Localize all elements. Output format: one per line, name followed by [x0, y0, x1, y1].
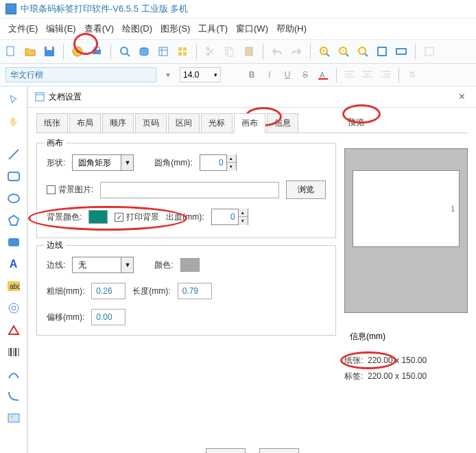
line-tool-icon[interactable] [5, 146, 23, 163]
svg-rect-36 [318, 78, 328, 80]
copy-icon[interactable] [223, 45, 237, 58]
spacing-icon[interactable]: ⇅ [406, 69, 418, 81]
menu-shape[interactable]: 图形(S) [158, 21, 193, 36]
undo-icon[interactable] [270, 45, 284, 58]
new-icon[interactable] [4, 45, 18, 58]
tool-palette: ✋ A abc [0, 86, 27, 453]
svg-rect-0 [7, 47, 14, 56]
ellipse-tool-icon[interactable] [5, 189, 23, 207]
bgimg-checkbox[interactable]: 背景图片: [47, 184, 93, 196]
strike-icon[interactable]: S [299, 69, 311, 81]
barcode-tool-icon[interactable] [5, 343, 23, 361]
tab-order[interactable]: 顺序 [102, 113, 134, 133]
print-icon[interactable] [90, 45, 104, 58]
menu-file[interactable]: 文件(E) [5, 21, 40, 36]
hand-tool-icon[interactable]: ✋ [5, 113, 23, 130]
tab-canvas[interactable]: 画布 [234, 113, 265, 133]
open-icon[interactable] [23, 45, 37, 58]
tab-paper[interactable]: 纸张 [36, 113, 68, 133]
text-tool-icon[interactable]: A [5, 255, 23, 273]
border-color-label: 颜色: [154, 259, 173, 271]
properties-icon[interactable] [423, 45, 436, 58]
svg-line-8 [127, 54, 130, 56]
tab-cursor[interactable]: 光标 [201, 113, 233, 133]
svg-rect-63 [36, 93, 44, 101]
chevron-down-icon[interactable]: ▾ [162, 69, 174, 81]
bgcolor-swatch[interactable] [88, 210, 108, 224]
triangle-tool-icon[interactable] [5, 321, 23, 339]
filled-roundrect-icon[interactable] [5, 233, 23, 251]
target-tool-icon[interactable] [5, 299, 23, 317]
redo-icon[interactable] [289, 45, 303, 58]
preview-icon[interactable] [118, 45, 132, 58]
printbg-checkbox[interactable]: ✓打印背景 [115, 211, 159, 223]
menu-help[interactable]: 帮助(H) [274, 21, 309, 36]
bleed-label: 出血(mm): [166, 211, 204, 223]
menu-window[interactable]: 窗口(W) [233, 21, 271, 36]
paste-icon[interactable] [242, 45, 256, 58]
document-settings-icon[interactable] [71, 45, 84, 58]
data-icon[interactable] [156, 45, 170, 58]
font-name-input[interactable]: 华文行楷 [5, 67, 156, 82]
richtext-tool-icon[interactable]: abc [5, 277, 23, 295]
border-color-swatch[interactable] [180, 258, 200, 272]
svg-text:abc: abc [10, 283, 20, 290]
svg-point-48 [8, 194, 19, 202]
menu-tools[interactable]: 工具(T) [195, 21, 230, 36]
tab-range[interactable]: 区间 [168, 113, 200, 133]
roundrect-tool-icon[interactable] [5, 167, 23, 185]
svg-point-29 [359, 47, 366, 54]
svg-rect-10 [159, 47, 167, 56]
image-tool-icon[interactable] [5, 409, 23, 427]
zoom-in-icon[interactable] [318, 45, 331, 58]
bleed-input[interactable]: 0▴▾ [211, 209, 248, 225]
svg-rect-6 [94, 47, 99, 50]
curve-tool-icon[interactable] [5, 365, 23, 383]
align-right-icon[interactable] [379, 69, 392, 81]
border-combo[interactable]: 无▼ [72, 257, 134, 273]
shape-combo[interactable]: 圆角矩形▼ [72, 154, 134, 171]
app-icon [5, 3, 16, 14]
font-color-icon[interactable]: A [317, 69, 329, 81]
polygon-tool-icon[interactable] [5, 211, 23, 229]
align-left-icon[interactable] [344, 69, 356, 81]
cursor-tool-icon[interactable] [5, 91, 23, 108]
bgimg-path-input[interactable] [100, 182, 279, 198]
thickness-input[interactable]: 0.26 [91, 283, 126, 299]
tab-layout[interactable]: 布局 [69, 113, 101, 133]
save-icon[interactable] [43, 45, 56, 58]
italic-icon[interactable]: I [263, 69, 276, 81]
svg-rect-47 [8, 172, 19, 181]
zoom-100-icon[interactable] [375, 45, 389, 58]
zoom-width-icon[interactable] [394, 45, 408, 58]
svg-rect-16 [183, 52, 187, 56]
svg-rect-33 [396, 49, 406, 54]
zoom-fit-icon[interactable] [356, 45, 370, 58]
menu-edit[interactable]: 编辑(E) [43, 21, 78, 36]
tab-info[interactable]: 信息 [267, 113, 298, 133]
tab-page[interactable]: 页码 [135, 113, 167, 133]
browse-button[interactable]: 浏览 [286, 181, 326, 199]
svg-rect-14 [183, 47, 187, 51]
corner-input[interactable]: 0▴▾ [200, 154, 237, 171]
length-input[interactable]: 0.79 [178, 283, 212, 299]
font-size-input[interactable]: 14.0▾ [180, 67, 221, 82]
zoom-out-icon[interactable] [337, 45, 350, 58]
close-icon[interactable]: × [455, 91, 469, 103]
align-center-icon[interactable] [361, 69, 374, 81]
info-section: 信息(mm) 纸张: 220.00 x 150.00 标签: 220.00 x … [344, 329, 468, 386]
ok-button[interactable]: 确定 [206, 448, 246, 453]
cancel-button[interactable]: 取消 [259, 448, 299, 453]
cut-icon[interactable] [204, 45, 217, 58]
offset-input[interactable]: 0.00 [91, 309, 126, 325]
svg-rect-2 [47, 47, 52, 50]
arc-tool-icon[interactable] [5, 387, 23, 405]
svg-rect-20 [228, 49, 233, 56]
menu-view[interactable]: 查看(V) [82, 21, 117, 36]
underline-icon[interactable]: U [281, 69, 294, 81]
menu-draw[interactable]: 绘图(D) [119, 21, 155, 36]
grid-icon[interactable] [176, 45, 189, 58]
database-icon[interactable] [137, 45, 151, 58]
bold-icon[interactable]: B [246, 69, 258, 81]
svg-text:A: A [320, 71, 325, 79]
